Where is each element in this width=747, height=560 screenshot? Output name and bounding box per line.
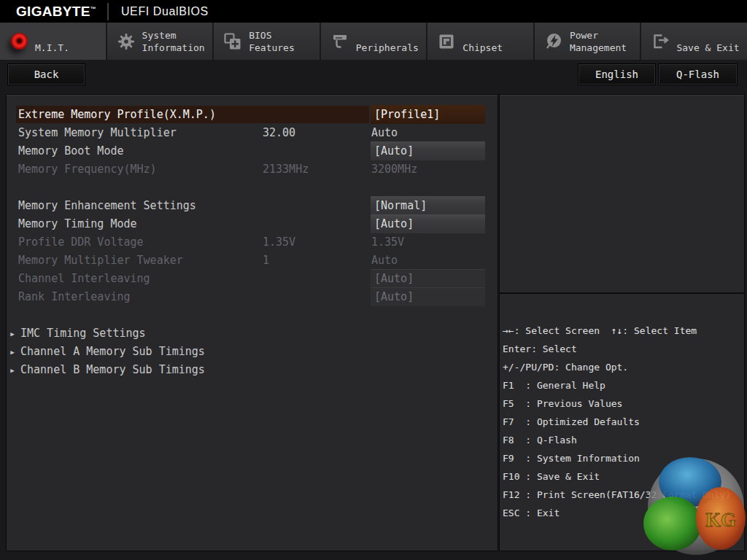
top-bar: GIGABYTE™ UEFI DualBIOS bbox=[0, 0, 747, 23]
submenu-label: Channel A Memory Sub Timings bbox=[16, 343, 483, 360]
setting-label: Extreme Memory Profile(X.M.P.) bbox=[16, 106, 369, 123]
setting-current-value: 32.00 bbox=[263, 124, 295, 141]
key-legend-line: →←: Select Screen ↑↓: Select Item bbox=[500, 322, 744, 340]
setting-row-memory-timing-mode[interactable]: Memory Timing Mode [Auto] bbox=[7, 215, 498, 233]
tab-label: Power Management bbox=[570, 28, 640, 55]
tab-label: M.I.T. bbox=[35, 28, 69, 55]
setting-value-box[interactable]: [Auto] bbox=[371, 141, 485, 160]
tab-label: BIOS Features bbox=[249, 28, 320, 55]
tab-peripherals[interactable]: Peripherals bbox=[321, 23, 428, 60]
tab-mit[interactable]: M.I.T. bbox=[0, 23, 107, 60]
setting-row-memory-multiplier-tweaker: Memory Multiplier Tweaker 1 Auto bbox=[7, 252, 498, 270]
tab-chipset[interactable]: Chipset bbox=[427, 23, 535, 60]
setting-label: Memory Enhancement Settings bbox=[16, 197, 369, 214]
gigabyte-logo: GIGABYTE™ bbox=[16, 4, 96, 20]
tab-bar: M.I.T. System Information BIOS Features bbox=[0, 23, 747, 60]
qflash-button[interactable]: Q-Flash bbox=[658, 63, 738, 85]
setting-label: Memory Frequency(MHz) bbox=[16, 160, 369, 178]
setting-label: Memory Timing Mode bbox=[16, 215, 369, 233]
trademark-symbol: ™ bbox=[90, 5, 96, 12]
setting-value: 1.35V bbox=[371, 233, 404, 251]
key-legend-box: →←: Select Screen ↑↓: Select Item Enter:… bbox=[500, 294, 744, 522]
key-legend-line: F1 : General Help bbox=[500, 376, 744, 394]
side-panel: →←: Select Screen ↑↓: Select Item Enter:… bbox=[499, 94, 745, 551]
submenu-label: Channel B Memory Sub Timings bbox=[16, 361, 483, 378]
key-legend-line: +/-/PU/PD: Change Opt. bbox=[500, 358, 744, 376]
setting-row-xmp[interactable]: Extreme Memory Profile(X.M.P.) [Profile1… bbox=[7, 106, 498, 124]
setting-row-memory-frequency: Memory Frequency(MHz) 2133MHz 3200MHz bbox=[7, 160, 498, 179]
peripherals-icon bbox=[330, 32, 349, 51]
language-button[interactable]: English bbox=[578, 63, 656, 85]
setting-label: Channel Interleaving bbox=[16, 270, 369, 287]
power-bolt-icon bbox=[544, 32, 563, 51]
setting-row-channel-interleaving: Channel Interleaving [Auto] bbox=[7, 270, 498, 288]
key-legend-line: F5 : Previous Values bbox=[500, 394, 744, 413]
setting-row-rank-interleaving: Rank Interleaving [Auto] bbox=[7, 288, 498, 306]
setting-label: Memory Boot Mode bbox=[16, 142, 369, 160]
settings-panel: Extreme Memory Profile(X.M.P.) [Profile1… bbox=[6, 94, 498, 551]
submenu-channel-a-sub-timings[interactable]: ▶ Channel A Memory Sub Timings bbox=[7, 343, 498, 361]
key-legend-line: F8 : Q-Flash bbox=[500, 431, 744, 449]
setting-label: Rank Interleaving bbox=[16, 288, 369, 306]
submenu-label: IMC Timing Settings bbox=[16, 324, 483, 342]
tab-label: System Information bbox=[142, 28, 213, 55]
mit-red-dot-icon bbox=[9, 32, 28, 51]
bios-chip-icon bbox=[223, 32, 242, 51]
setting-row-memory-boot-mode[interactable]: Memory Boot Mode [Auto] bbox=[7, 142, 498, 160]
row-spacer bbox=[7, 179, 498, 197]
setting-value-box: [Auto] bbox=[371, 287, 485, 306]
row-spacer bbox=[7, 306, 498, 324]
tab-bios-features[interactable]: BIOS Features bbox=[214, 23, 321, 60]
key-legend-line: F10 : Save & Exit bbox=[500, 467, 744, 486]
chipset-icon bbox=[437, 32, 456, 51]
setting-value-box: [Auto] bbox=[371, 269, 485, 288]
setting-row-system-memory-multiplier[interactable]: System Memory Multiplier 32.00 Auto bbox=[7, 124, 498, 142]
setting-current-value: 2133MHz bbox=[263, 160, 309, 178]
key-legend-line: F9 : System Information bbox=[500, 449, 744, 467]
tab-system-information[interactable]: System Information bbox=[107, 23, 214, 60]
setting-value-box[interactable]: [Profile1] bbox=[371, 105, 485, 124]
setting-label: System Memory Multiplier bbox=[16, 124, 369, 141]
exit-door-icon bbox=[651, 32, 670, 51]
bios-title: UEFI DualBIOS bbox=[121, 5, 209, 18]
tab-save-exit[interactable]: Save & Exit bbox=[641, 23, 747, 60]
topbar-divider bbox=[107, 3, 109, 20]
key-legend-line: ESC : Exit bbox=[500, 504, 744, 522]
tab-label: Peripherals bbox=[356, 28, 419, 55]
tab-power-management[interactable]: Power Management bbox=[535, 23, 642, 60]
setting-label: Profile DDR Voltage bbox=[16, 233, 369, 251]
setting-label: Memory Multiplier Tweaker bbox=[16, 252, 369, 269]
key-legend-line: Enter: Select bbox=[500, 340, 744, 358]
submenu-imc-timing-settings[interactable]: ▶ IMC Timing Settings bbox=[7, 324, 498, 343]
key-legend-line: F7 : Optimized Defaults bbox=[500, 413, 744, 431]
setting-value: Auto bbox=[371, 124, 398, 141]
setting-row-memory-enhancement[interactable]: Memory Enhancement Settings [Normal] bbox=[7, 197, 498, 215]
gear-icon bbox=[117, 32, 136, 51]
back-button[interactable]: Back bbox=[7, 63, 85, 85]
key-legend-line: F12 : Print Screen(FAT16/32 Format Only) bbox=[500, 486, 744, 504]
setting-value: 3200MHz bbox=[371, 160, 417, 178]
tab-label: Save & Exit bbox=[676, 28, 739, 55]
setting-value: Auto bbox=[371, 252, 398, 269]
setting-current-value: 1.35V bbox=[263, 233, 295, 251]
setting-value-box[interactable]: [Normal] bbox=[371, 196, 485, 215]
setting-row-profile-ddr-voltage: Profile DDR Voltage 1.35V 1.35V bbox=[7, 233, 498, 252]
item-help-box bbox=[500, 95, 744, 294]
tab-label: Chipset bbox=[462, 28, 503, 55]
setting-current-value: 1 bbox=[263, 252, 269, 269]
setting-value-box[interactable]: [Auto] bbox=[371, 214, 485, 233]
submenu-channel-b-sub-timings[interactable]: ▶ Channel B Memory Sub Timings bbox=[7, 361, 498, 379]
